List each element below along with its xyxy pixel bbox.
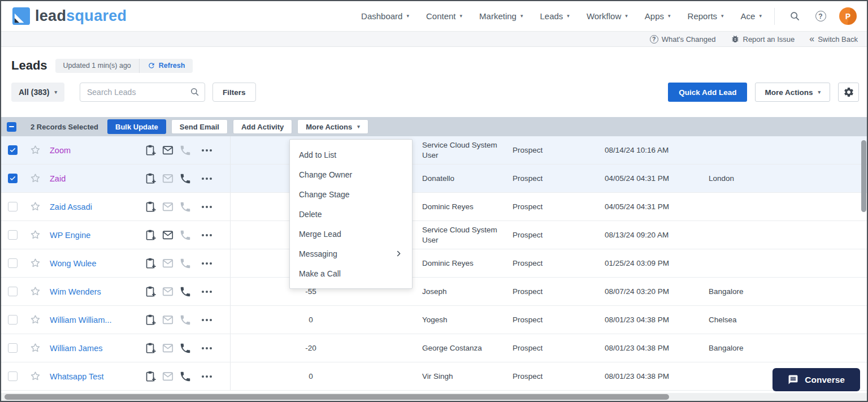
email-icon[interactable] <box>162 144 174 157</box>
nav-item-content[interactable]: Content▾ <box>426 11 462 21</box>
menu-item-make-a-call[interactable]: Make a Call <box>290 263 412 283</box>
phone-icon[interactable] <box>179 342 192 355</box>
menu-item-change-stage[interactable]: Change Stage <box>290 184 412 204</box>
converse-button[interactable]: Converse <box>772 368 860 391</box>
star-icon[interactable] <box>29 201 41 213</box>
switch-back-link[interactable]: « Switch Back <box>809 34 858 44</box>
row-checkbox[interactable] <box>8 174 18 183</box>
email-icon[interactable] <box>162 314 174 326</box>
more-options-icon[interactable] <box>202 149 204 152</box>
lead-name-link[interactable]: WP Engine <box>50 231 90 240</box>
quick-add-lead-button[interactable]: Quick Add Lead <box>668 83 747 102</box>
star-icon[interactable] <box>29 370 41 382</box>
user-avatar[interactable]: P <box>839 7 857 25</box>
more-options-icon[interactable] <box>202 178 204 180</box>
star-icon[interactable] <box>29 286 41 297</box>
star-icon[interactable] <box>29 257 41 269</box>
bulk-more-actions-button[interactable]: More Actions ▾ <box>297 119 368 134</box>
whats-changed-link[interactable]: ? What's Changed <box>650 35 716 44</box>
filters-button[interactable]: Filters <box>212 83 256 102</box>
add-activity-icon[interactable] <box>144 286 157 298</box>
send-email-button[interactable]: Send Email <box>171 119 228 134</box>
email-icon[interactable] <box>162 201 174 213</box>
nav-item-ace[interactable]: Ace▾ <box>741 11 762 21</box>
lead-name-link[interactable]: William James <box>50 344 102 353</box>
select-all-checkbox[interactable] <box>7 122 16 132</box>
bulk-update-button[interactable]: Bulk Update <box>107 119 166 134</box>
row-checkbox[interactable] <box>8 287 18 296</box>
nav-item-marketing[interactable]: Marketing▾ <box>479 11 523 21</box>
lead-name-link[interactable]: Wong Wulee <box>50 259 96 268</box>
star-icon[interactable] <box>29 144 41 156</box>
nav-item-dashboard[interactable]: Dashboard▾ <box>361 11 409 21</box>
leadsquared-logo[interactable]: leadsquared <box>12 7 127 25</box>
phone-icon[interactable] <box>179 370 192 383</box>
list-view-selector[interactable]: All (383) ▾ <box>11 83 64 102</box>
menu-item-messaging[interactable]: Messaging <box>290 244 412 263</box>
row-checkbox[interactable] <box>8 230 18 240</box>
menu-item-change-owner[interactable]: Change Owner <box>290 165 412 184</box>
more-options-icon[interactable] <box>202 375 204 378</box>
star-icon[interactable] <box>29 314 41 326</box>
menu-item-delete[interactable]: Delete <box>290 204 412 224</box>
phone-icon[interactable] <box>179 172 192 185</box>
menu-item-merge-lead[interactable]: Merge Lead <box>290 224 412 244</box>
horizontal-scrollbar-thumb[interactable] <box>5 394 669 400</box>
phone-icon[interactable] <box>179 144 192 157</box>
more-options-icon[interactable] <box>202 262 204 265</box>
nav-item-workflow[interactable]: Workflow▾ <box>587 11 628 21</box>
add-activity-icon[interactable] <box>144 172 157 185</box>
email-icon[interactable] <box>162 229 174 241</box>
row-checkbox[interactable] <box>8 145 18 155</box>
add-activity-icon[interactable] <box>144 314 157 326</box>
menu-item-add-to-list[interactable]: Add to List <box>290 145 412 165</box>
phone-icon[interactable] <box>179 229 192 241</box>
lead-name-link[interactable]: William William... <box>50 315 112 325</box>
email-icon[interactable] <box>162 342 174 355</box>
lead-name-link[interactable]: Whatsapp Test <box>50 372 104 381</box>
help-icon[interactable]: ? <box>813 9 828 24</box>
settings-gear-button[interactable] <box>838 83 859 102</box>
row-checkbox[interactable] <box>8 371 18 381</box>
global-search-icon[interactable] <box>787 9 802 24</box>
phone-icon[interactable] <box>179 286 192 298</box>
row-checkbox[interactable] <box>8 258 18 268</box>
phone-icon[interactable] <box>179 257 192 270</box>
search-input[interactable] <box>80 83 205 102</box>
star-icon[interactable] <box>29 172 41 184</box>
email-icon[interactable] <box>162 286 174 298</box>
add-activity-icon[interactable] <box>144 144 157 157</box>
phone-icon[interactable] <box>179 314 192 326</box>
nav-item-apps[interactable]: Apps▾ <box>645 11 671 21</box>
email-icon[interactable] <box>162 257 174 270</box>
email-icon[interactable] <box>162 370 174 383</box>
nav-item-reports[interactable]: Reports▾ <box>688 11 724 21</box>
report-issue-link[interactable]: Report an Issue <box>731 34 795 44</box>
vertical-scrollbar-thumb[interactable] <box>861 140 866 212</box>
more-actions-button[interactable]: More Actions ▾ <box>755 83 830 102</box>
add-activity-icon[interactable] <box>144 201 157 213</box>
email-icon[interactable] <box>162 172 174 185</box>
more-options-icon[interactable] <box>202 347 204 349</box>
more-options-icon[interactable] <box>202 234 204 236</box>
row-checkbox[interactable] <box>8 343 18 353</box>
add-activity-icon[interactable] <box>144 370 157 383</box>
row-checkbox[interactable] <box>8 202 18 211</box>
nav-item-leads[interactable]: Leads▾ <box>540 11 569 21</box>
add-activity-icon[interactable] <box>144 342 157 355</box>
phone-icon[interactable] <box>179 201 192 213</box>
more-options-icon[interactable] <box>202 319 204 321</box>
refresh-button[interactable]: Refresh <box>140 62 193 70</box>
lead-name-link[interactable]: Zaid <box>50 174 66 183</box>
lead-name-link[interactable]: Wim Wenders <box>50 287 101 296</box>
add-activity-icon[interactable] <box>144 257 157 270</box>
star-icon[interactable] <box>29 229 41 241</box>
more-options-icon[interactable] <box>202 206 204 208</box>
add-activity-icon[interactable] <box>144 229 157 241</box>
lead-name-link[interactable]: Zaid Assadi <box>50 202 92 211</box>
row-checkbox[interactable] <box>8 315 18 325</box>
more-options-icon[interactable] <box>202 291 204 293</box>
star-icon[interactable] <box>29 342 41 354</box>
lead-name-link[interactable]: Zoom <box>50 146 71 155</box>
add-activity-button[interactable]: Add Activity <box>233 119 292 134</box>
